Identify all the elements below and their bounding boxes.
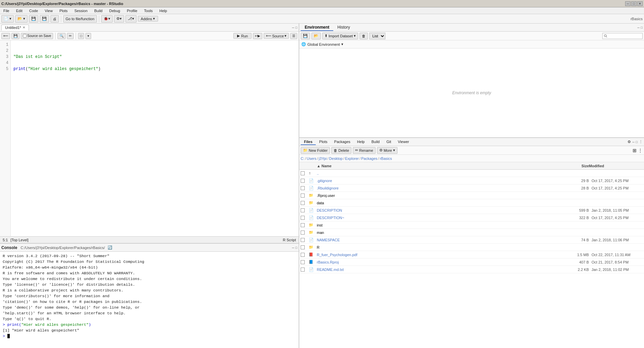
file-check-box[interactable] bbox=[301, 231, 305, 235]
debug-button[interactable]: 🐞▾ bbox=[101, 15, 113, 23]
file-name[interactable]: R_fuer_Psychologen.pdf bbox=[317, 253, 562, 257]
files-view-icon[interactable]: ⊞ bbox=[633, 148, 637, 153]
new-folder-button[interactable]: 📁 New Folder bbox=[301, 147, 330, 154]
git-button[interactable]: ⎇▾ bbox=[125, 15, 137, 23]
table-row[interactable]: 📄README.md.txt2.2 KBJan 2, 2018, 11:02 P… bbox=[299, 266, 644, 273]
env-search-input[interactable] bbox=[602, 33, 643, 39]
file-check-box[interactable] bbox=[301, 223, 305, 227]
source-on-save-btn[interactable]: Source on Save bbox=[21, 33, 53, 39]
list-dropdown[interactable]: List bbox=[369, 33, 385, 39]
file-name[interactable]: NAMESPACE bbox=[317, 238, 562, 242]
file-checkbox[interactable] bbox=[301, 238, 309, 242]
tab-viewer[interactable]: Viewer bbox=[394, 139, 412, 145]
table-row[interactable]: 📁inst bbox=[299, 221, 644, 229]
table-row[interactable]: 📄DESCRIPTION~322 BOct 17, 2017, 4:25 PM bbox=[299, 214, 644, 221]
env-save-button[interactable]: 💾 bbox=[301, 33, 310, 39]
file-check-box[interactable] bbox=[301, 201, 305, 205]
close-button[interactable]: ✕ bbox=[637, 1, 643, 6]
env-clear-button[interactable]: 🗑 bbox=[359, 33, 368, 39]
table-row[interactable]: 📘rBasics.Rproj407 BOct 21, 2017, 8:54 PM bbox=[299, 258, 644, 266]
new-file-button[interactable]: 📄▾ bbox=[1, 15, 14, 23]
files-minimize-icon[interactable]: ─ bbox=[632, 140, 634, 144]
menu-item-tools[interactable]: Tools bbox=[142, 8, 155, 13]
table-row[interactable]: 📁man bbox=[299, 229, 644, 236]
save-all-button[interactable]: 💾 bbox=[40, 15, 49, 23]
tab-git[interactable]: Git bbox=[383, 139, 394, 145]
menu-item-file[interactable]: File bbox=[1, 8, 11, 13]
file-name[interactable]: inst bbox=[317, 223, 562, 227]
file-check-box[interactable] bbox=[301, 179, 305, 183]
file-check-box[interactable] bbox=[301, 194, 305, 198]
file-check-box[interactable] bbox=[301, 171, 305, 175]
file-checkbox[interactable] bbox=[301, 253, 309, 257]
editor-content[interactable]: 1 2 3 4 5 "Das ist ein Script" print("Hi… bbox=[0, 40, 299, 236]
addins-button[interactable]: Addins ▾ bbox=[138, 16, 158, 22]
breadcrumb-item-packages[interactable]: Packages bbox=[361, 156, 377, 161]
menu-item-edit[interactable]: Edit bbox=[14, 8, 25, 13]
console-minimize-icon[interactable]: ─ bbox=[292, 246, 294, 249]
file-name[interactable]: data bbox=[317, 201, 562, 205]
file-name[interactable]: DESCRIPTION~ bbox=[317, 216, 562, 220]
table-row[interactable]: 📁R bbox=[299, 244, 644, 251]
tab-environment[interactable]: Environment bbox=[301, 24, 333, 31]
file-check-box[interactable] bbox=[301, 245, 305, 249]
file-name[interactable]: R bbox=[317, 245, 562, 249]
file-check-box[interactable] bbox=[301, 268, 305, 272]
close-tab-icon[interactable]: ✕ bbox=[23, 26, 25, 29]
table-row[interactable]: 📄.Rbuildignore28 BOct 17, 2017, 4:25 PM bbox=[299, 184, 644, 192]
more-button[interactable]: ⚙ More ▾ bbox=[377, 147, 397, 154]
env-maximize-icon[interactable]: □ bbox=[641, 26, 643, 29]
console-refresh-icon[interactable]: 🔄 bbox=[108, 245, 112, 250]
editor-right-options[interactable]: ☰ bbox=[290, 33, 297, 39]
spell-check-btn[interactable]: ✏ bbox=[67, 33, 74, 39]
menu-item-build[interactable]: Build bbox=[92, 8, 104, 13]
tab-plots[interactable]: Plots bbox=[316, 139, 331, 145]
editor-maximize-icon[interactable]: □ bbox=[296, 26, 297, 29]
file-name[interactable]: README.md.txt bbox=[317, 268, 562, 272]
code-area[interactable]: "Das ist ein Script" print("Hier wird al… bbox=[11, 40, 299, 236]
console-maximize-icon[interactable]: □ bbox=[296, 246, 297, 249]
tab-packages[interactable]: Packages bbox=[331, 139, 354, 145]
tab-build[interactable]: Build bbox=[368, 139, 383, 145]
file-checkbox[interactable] bbox=[301, 194, 309, 198]
file-checkbox[interactable] bbox=[301, 208, 309, 212]
rename-button[interactable]: ✏ Rename bbox=[353, 147, 376, 154]
menu-item-profile[interactable]: Profile bbox=[125, 8, 139, 13]
breadcrumb-item-j3ypi[interactable]: j3Ypi bbox=[319, 156, 327, 161]
save-button[interactable]: 💾 bbox=[29, 15, 38, 23]
tab-help[interactable]: Help bbox=[354, 139, 368, 145]
go-to-file-button[interactable]: Go to file/function bbox=[63, 15, 97, 23]
breadcrumb-item-desktop[interactable]: Desktop bbox=[329, 156, 343, 161]
file-name[interactable]: .gitignore bbox=[317, 179, 562, 183]
tab-history[interactable]: History bbox=[333, 24, 354, 31]
breadcrumb-item-c:[interactable]: C: bbox=[301, 156, 304, 161]
table-row[interactable]: ↑.. bbox=[299, 170, 644, 177]
menu-item-code[interactable]: Code bbox=[27, 8, 40, 13]
file-check-box[interactable] bbox=[301, 186, 305, 190]
table-row[interactable]: 📁.Rproj.user bbox=[299, 192, 644, 199]
file-name[interactable]: DESCRIPTION bbox=[317, 208, 562, 212]
editor-minimize-icon[interactable]: ─ bbox=[292, 26, 294, 29]
editor-view-btn[interactable]: □ bbox=[78, 33, 84, 39]
tab-files[interactable]: Files bbox=[301, 139, 316, 145]
console-content[interactable]: R version 3.4.2 (2017-09-28) -- "Short S… bbox=[0, 252, 299, 348]
breadcrumb-item-rbasics[interactable]: rBasics bbox=[380, 156, 392, 161]
menu-item-plots[interactable]: Plots bbox=[58, 8, 70, 13]
editor-back-button[interactable]: ⟵ bbox=[1, 33, 10, 39]
file-check-box[interactable] bbox=[301, 216, 305, 220]
file-checkbox[interactable] bbox=[301, 186, 309, 190]
menu-item-session[interactable]: Session bbox=[72, 8, 89, 13]
delete-button[interactable]: 🗑 Delete bbox=[331, 147, 351, 154]
file-checkbox[interactable] bbox=[301, 223, 309, 227]
editor-options-btn[interactable]: ▾ bbox=[85, 33, 91, 39]
build-button[interactable]: ⚙▾ bbox=[114, 15, 124, 23]
files-list-icon[interactable]: ⋮ bbox=[638, 148, 643, 153]
menu-item-help[interactable]: Help bbox=[157, 8, 169, 13]
file-checkbox[interactable] bbox=[301, 245, 309, 249]
files-maximize-icon[interactable]: □ bbox=[636, 140, 638, 144]
minimize-button[interactable]: ─ bbox=[625, 1, 631, 6]
maximize-button[interactable]: □ bbox=[631, 1, 637, 6]
global-env-button[interactable]: Global Environment ▾ bbox=[307, 42, 343, 46]
table-row[interactable]: 📁data bbox=[299, 199, 644, 207]
file-checkbox[interactable] bbox=[301, 216, 309, 220]
